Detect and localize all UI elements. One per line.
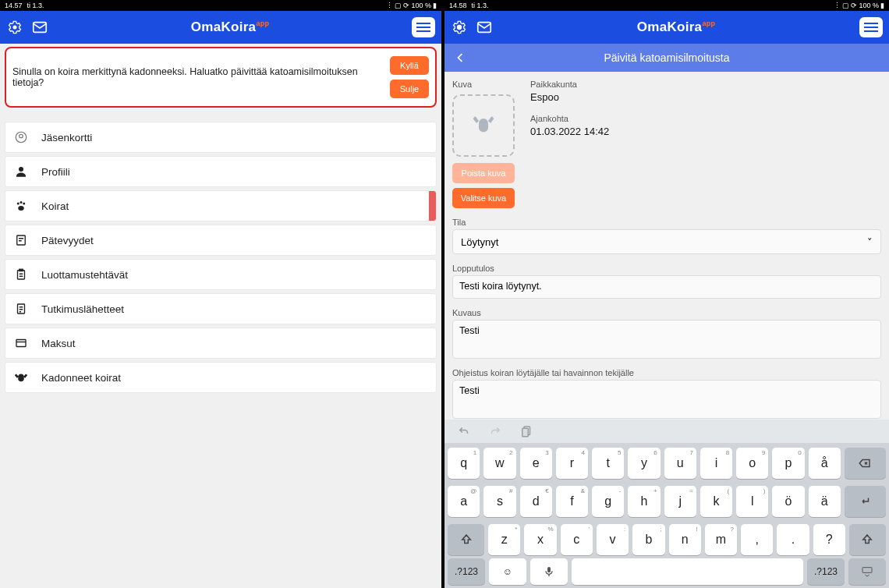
kbd-toolbar <box>444 420 889 443</box>
alert-yes-button[interactable]: Kyllä <box>390 56 429 75</box>
svg-point-8 <box>18 206 24 211</box>
menu-item-label: Luottamustehtävät <box>41 269 128 281</box>
key-mode[interactable]: .?123 <box>448 558 485 585</box>
settings-icon[interactable] <box>6 19 23 36</box>
label-ohjeistus: Ohjeistus koiran löytäjälle tai havainno… <box>452 368 881 377</box>
key-.[interactable]: . <box>777 524 809 555</box>
shift-key-right[interactable] <box>849 524 886 555</box>
key-å[interactable]: å <box>809 448 841 479</box>
key-q[interactable]: 1q <box>448 448 480 479</box>
settings-icon[interactable] <box>451 19 468 36</box>
menu-item-label: Pätevyydet <box>41 235 94 246</box>
menu-item-luottamustehtävät[interactable]: Luottamustehtävät <box>5 259 437 290</box>
alert-close-button[interactable]: Sulje <box>390 80 429 98</box>
menu-item-profiili[interactable]: Profiili <box>5 156 437 187</box>
menu-item-koirat[interactable]: Koirat <box>5 190 437 221</box>
key-z[interactable]: *z <box>488 524 520 555</box>
shift-key[interactable] <box>448 524 484 555</box>
key-,[interactable]: , <box>741 524 773 555</box>
kuvaus-textarea[interactable]: Testi <box>452 320 881 359</box>
key-u[interactable]: 7u <box>664 448 696 479</box>
svg-rect-17 <box>522 428 529 437</box>
menu-item-jäsenkortti[interactable]: Jäsenkortti <box>5 122 437 153</box>
key-b[interactable]: ;b <box>632 524 664 555</box>
status-battery: 100 % <box>859 2 879 9</box>
menu-item-tutkimuslähetteet[interactable]: Tutkimuslähetteet <box>5 293 437 324</box>
key-question[interactable]: ? <box>813 524 845 555</box>
clipboard-icon[interactable] <box>519 424 533 438</box>
key-a[interactable]: @a <box>448 486 480 517</box>
svg-rect-18 <box>862 568 872 573</box>
virtual-keyboard: 1q2w3e4r5t6y7u8i9o0på @a#s€d&f-g+h=j(k)l… <box>444 420 889 588</box>
key-l[interactable]: )l <box>736 486 768 517</box>
menu-item-maksut[interactable]: Maksut <box>5 328 437 359</box>
key-y[interactable]: 6y <box>628 448 660 479</box>
battery-icon: ▮ <box>880 2 884 9</box>
menu-list: JäsenkorttiProfiiliKoiratPätevyydetLuott… <box>5 122 437 393</box>
key-m[interactable]: ?m <box>705 524 737 555</box>
key-e[interactable]: 3e <box>520 448 552 479</box>
key-t[interactable]: 5t <box>592 448 624 479</box>
key-d[interactable]: €d <box>520 486 552 517</box>
rotate-icon: ⟳ <box>403 2 409 9</box>
ohjeistus-textarea[interactable]: Testi <box>452 380 881 419</box>
tila-select[interactable]: Löytynyt ˅ <box>452 229 881 254</box>
label-paikkakunta: Paikkakunta <box>530 80 609 89</box>
label-kuva: Kuva <box>452 80 515 89</box>
key-i[interactable]: 8i <box>700 448 732 479</box>
key-p[interactable]: 0p <box>772 448 804 479</box>
label-ajankohta: Ajankohta <box>530 114 609 123</box>
status-bar: 14.57 ti 1.3. ⋮ ▢ ⟳ 100 % ▮ <box>0 0 441 11</box>
select-image-button[interactable]: Valitse kuva <box>452 188 515 208</box>
right-screen: 14.58 ti 1.3. ⋮ ▢ ⟳ 100 % ▮ OmaKoiraapp <box>444 0 889 588</box>
emoji-key[interactable]: ☺ <box>489 558 526 585</box>
key-o[interactable]: 9o <box>736 448 768 479</box>
key-ä[interactable]: ä <box>809 486 841 517</box>
redo-icon[interactable] <box>488 424 502 438</box>
enter-key[interactable] <box>845 486 886 517</box>
document-icon <box>13 301 29 317</box>
status-date: ti 1.3. <box>27 2 44 9</box>
key-r[interactable]: 4r <box>556 448 588 479</box>
mic-key[interactable] <box>530 558 568 585</box>
status-time: 14.58 <box>449 2 467 9</box>
key-x[interactable]: %x <box>524 524 556 555</box>
menu-item-label: Jäsenkortti <box>41 132 92 143</box>
spacebar-key[interactable] <box>572 558 803 585</box>
backspace-key[interactable] <box>845 448 886 479</box>
key-g[interactable]: -g <box>592 486 624 517</box>
dog-icon <box>13 370 29 385</box>
key-s[interactable]: #s <box>483 486 515 517</box>
person-icon <box>13 164 29 179</box>
badge-icon <box>13 232 29 248</box>
key-f[interactable]: &f <box>556 486 588 517</box>
key-n[interactable]: !n <box>669 524 701 555</box>
key-w[interactable]: 2w <box>483 448 515 479</box>
key-mode-2[interactable]: .?123 <box>807 558 845 585</box>
svg-rect-10 <box>18 271 25 279</box>
page-title: Päivitä katoamisilmoitusta <box>604 51 729 64</box>
top-bar: OmaKoiraapp <box>444 11 889 44</box>
hamburger-icon[interactable] <box>412 17 435 37</box>
lopputulos-input[interactable]: Testi koira löytynyt. <box>452 275 881 299</box>
remove-image-button[interactable]: Poista kuva <box>452 163 515 183</box>
key-v[interactable]: :v <box>597 524 629 555</box>
hide-keyboard-key[interactable] <box>848 558 886 585</box>
mail-icon[interactable] <box>31 19 48 36</box>
back-arrow-icon[interactable] <box>452 44 468 72</box>
mail-icon[interactable] <box>476 19 493 36</box>
key-k[interactable]: (k <box>700 486 732 517</box>
value-paikkakunta: Espoo <box>530 91 609 103</box>
menu-item-kadonneet koirat[interactable]: Kadonneet koirat <box>5 362 437 393</box>
svg-rect-13 <box>16 340 26 347</box>
undo-icon[interactable] <box>457 424 471 438</box>
key-h[interactable]: +h <box>628 486 660 517</box>
cast-icon: ▢ <box>842 2 849 9</box>
top-bar: OmaKoiraapp <box>0 11 441 44</box>
hamburger-icon[interactable] <box>859 17 883 37</box>
key-ö[interactable]: ö <box>772 486 804 517</box>
menu-item-label: Tutkimuslähetteet <box>41 303 124 315</box>
key-j[interactable]: =j <box>664 486 696 517</box>
menu-item-pätevyydet[interactable]: Pätevyydet <box>5 225 437 256</box>
key-c[interactable]: 'c <box>561 524 593 555</box>
